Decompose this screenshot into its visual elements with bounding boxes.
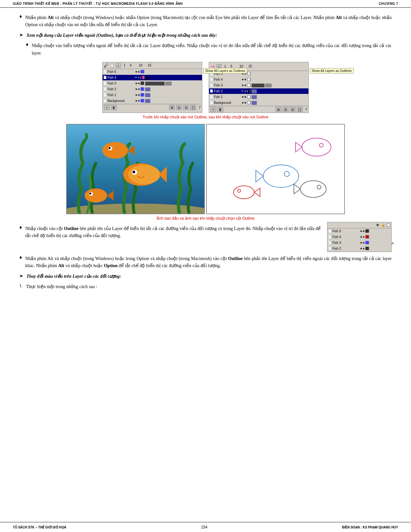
page-footer: TỦ SÁCH STK – THẾ GIỚI ĐỒ HỌA 154 BIÊN S… xyxy=(0,522,411,532)
main-content: ♦ Nhấn phím Alt và nhấp chuột (trong Win… xyxy=(0,8,411,300)
outline-box-fish3[interactable] xyxy=(141,82,144,85)
layer-icon2-fish3: 📄 xyxy=(210,84,213,87)
outline-box2-fish1[interactable] xyxy=(247,95,250,98)
small-layer-controls-fish4 xyxy=(360,235,369,238)
numbered-text-1: Thực hiện một trong những cách sau : xyxy=(26,283,97,290)
layer-row-fish2: 📄 Fish 2 xyxy=(103,86,202,92)
eye-dot-fish1 xyxy=(135,94,137,96)
layer-name-fish2: 📄 Fish 2 xyxy=(103,87,135,91)
btn-onion4[interactable]: ⊟ xyxy=(290,107,296,112)
layer-row2-fish1: 📄 Fish 1 xyxy=(209,94,308,100)
small-layer-fish4: 📄 Fish 4 xyxy=(327,234,391,240)
layer-controls2-bg xyxy=(241,101,251,104)
outline-box-fish2[interactable] xyxy=(141,87,144,91)
small-layer-icon-fish4: 📄 xyxy=(328,235,332,238)
outline-box-fish1[interactable] xyxy=(141,93,144,96)
layer-icon2-fish4: 📄 xyxy=(210,78,213,81)
layer-name2-bg: 📄 Background xyxy=(209,101,241,105)
layer-icon-fish1: 📄 xyxy=(103,93,107,96)
frame-bar2-bg xyxy=(252,101,257,105)
layer-name-fish1: 📄 Fish 1 xyxy=(103,93,135,97)
page-header: GIÁO TRÌNH THIẾT KẾ WEB : PHẦN LÝ THUYẾT… xyxy=(0,0,411,8)
frame-bar-fish3 xyxy=(145,82,165,85)
lock-dot-fish3 xyxy=(138,83,140,84)
s-lock-fish4 xyxy=(363,236,365,238)
btn-onion[interactable]: ⊟ xyxy=(176,105,182,110)
outline-svg xyxy=(207,125,345,214)
toolbar-add-icon[interactable]: + xyxy=(116,63,121,68)
layer-row2-bg: 📄 Background xyxy=(209,100,308,106)
list-item-6: ➤ Thay đổi màu viền trên Layer của các đ… xyxy=(19,273,392,280)
small-layer-name-fish4: 📄 Fish 4 xyxy=(327,235,360,239)
panel-bottom-1: + 🗑 ⊞ ⊟ ⊟ [·] 7 xyxy=(103,104,202,111)
s-outline-fish3[interactable] xyxy=(366,241,369,244)
page: GIÁO TRÌNH THIẾT KẾ WEB : PHẦN LÝ THUYẾT… xyxy=(0,0,411,532)
s-lock-fish2 xyxy=(363,248,365,249)
number-icon-1: 1. xyxy=(19,283,23,288)
layer-controls2-fish2: ✏ xyxy=(241,89,251,93)
svg-point-3 xyxy=(128,165,160,184)
bullet-icon: ♦ xyxy=(26,42,28,47)
layer-icon-fish3: 📄 xyxy=(103,82,107,85)
lock-dot-fish2 xyxy=(138,88,140,90)
s-outline-fish4[interactable] xyxy=(366,235,369,238)
lock-dot2-fish4 xyxy=(245,79,246,80)
layer-icon2-fish1: 📄 xyxy=(210,95,213,98)
outline-box2-fish3[interactable] xyxy=(247,84,250,87)
frame-bar-fish2 xyxy=(145,87,150,91)
layer-row2-fish2: 📄 Fish 2 ✏ xyxy=(209,88,308,94)
layer-row-fish3: 📄 Fish 3 xyxy=(103,81,202,86)
timeline2-fish2 xyxy=(251,88,308,94)
add-layer-btn[interactable]: + xyxy=(104,105,110,110)
add-layer-btn2[interactable]: + xyxy=(210,107,216,112)
svg-point-10 xyxy=(89,193,91,195)
outline-box-bg[interactable] xyxy=(141,99,144,102)
frame-count: 7 xyxy=(199,105,201,109)
list-item-7: 1. Thực hiện một trong những cách sau : xyxy=(19,283,392,290)
small-layer-controls-fish3 xyxy=(360,241,369,244)
outline-box2-fish5[interactable] xyxy=(247,72,250,75)
outline-box2-fish2[interactable] xyxy=(249,89,251,93)
outline-box-fish4[interactable] xyxy=(142,76,144,79)
small-panel-toolbar: 👁 🔒 xyxy=(327,222,391,228)
footer-left: TỦ SÁCH STK – THẾ GIỚI ĐỒ HỌA xyxy=(13,526,66,529)
eye-dot2-fish1 xyxy=(242,96,244,98)
layer-panel-before: 🖊 📋 + 1 5 10 15 📄 Fish 5 xyxy=(102,62,202,113)
arrow-icon-6: ➤ xyxy=(19,273,23,279)
s-outline-fish2[interactable] xyxy=(366,247,369,250)
timeline2-bg xyxy=(251,100,308,105)
small-layer-name-fish3: 📄 Fish 3 xyxy=(327,241,360,245)
panels-row: 🖊 📋 + 1 5 10 15 📄 Fish 5 xyxy=(19,62,392,113)
lock-dot-fish4 xyxy=(140,77,141,78)
btn-onion2[interactable]: ⊟ xyxy=(183,105,189,110)
btn-center2[interactable]: ⊞ xyxy=(276,107,281,112)
delete-layer-btn2[interactable]: 🗑 xyxy=(217,107,223,112)
eye-dot2-bg xyxy=(242,102,244,104)
lock-dot-fish1 xyxy=(138,94,140,96)
list-item: ♦ Nhấn phím Alt và nhấp chuột (trong Win… xyxy=(19,14,392,29)
delete-layer-btn[interactable]: 🗑 xyxy=(111,105,117,110)
btn-center[interactable]: ⊞ xyxy=(169,105,175,110)
eye-dot-fish4 xyxy=(138,77,139,78)
layer-controls-fish1 xyxy=(135,93,145,96)
outline-box-fish5[interactable] xyxy=(141,70,144,73)
outline-box2-fish4[interactable] xyxy=(247,78,250,81)
header-chapter: CHƯƠNG 7 xyxy=(379,2,398,5)
lock-dot2-fish1 xyxy=(245,96,246,98)
bullet-text-4: Nhấp chuột vào cột Outline bên phải tên … xyxy=(25,225,321,240)
btn-onion3[interactable]: ⊟ xyxy=(283,107,288,112)
panel-caption: Trước khi nhấp chuột vào nút Outline, sa… xyxy=(19,115,392,119)
layer-row-fish5: 📄 Fish 5 xyxy=(103,69,202,75)
btn-frame[interactable]: [·] xyxy=(190,105,196,110)
pencil2-fish2: ✏ xyxy=(241,89,244,93)
footer-page-number: 154 xyxy=(201,525,207,529)
s-eye-fish2 xyxy=(360,248,362,249)
layer-controls-bg xyxy=(135,99,145,102)
bullet-icon: ♦ xyxy=(19,14,22,19)
toolbar-pencil-icon: 🖊 xyxy=(104,63,108,68)
layer-icon-fish2: 📄 xyxy=(103,87,107,91)
tooltip-show-all-1: Show All Layers as Outlines xyxy=(203,68,247,74)
outline-box2-bg[interactable] xyxy=(247,101,250,104)
s-outline-fish5[interactable] xyxy=(366,229,369,233)
btn-frame2[interactable]: [·] xyxy=(297,107,303,112)
